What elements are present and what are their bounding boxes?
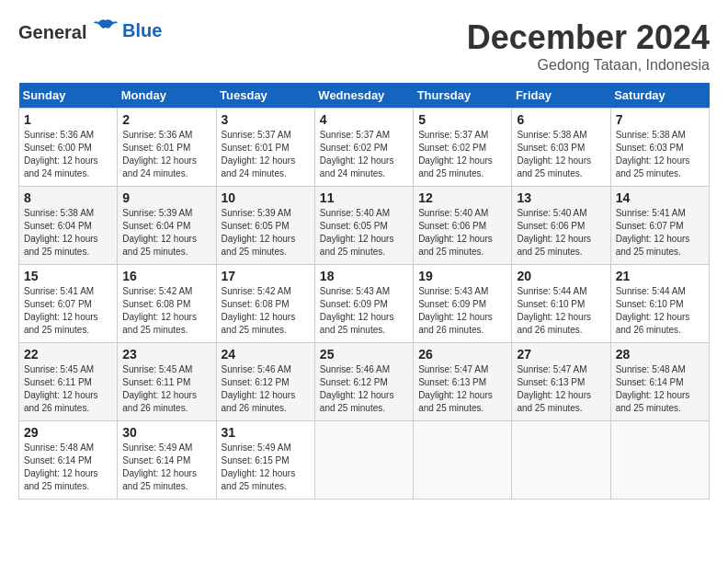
day-info: Sunrise: 5:44 AM Sunset: 6:10 PM Dayligh… xyxy=(517,285,605,337)
table-row: 16Sunrise: 5:42 AM Sunset: 6:08 PM Dayli… xyxy=(118,265,216,343)
day-info: Sunrise: 5:39 AM Sunset: 6:05 PM Dayligh… xyxy=(222,207,310,259)
col-monday: Monday xyxy=(118,83,216,109)
table-row: 22Sunrise: 5:45 AM Sunset: 6:11 PM Dayli… xyxy=(19,343,118,421)
day-info: Sunrise: 5:38 AM Sunset: 6:03 PM Dayligh… xyxy=(616,129,704,180)
day-number: 9 xyxy=(122,190,210,205)
table-row: 18Sunrise: 5:43 AM Sunset: 6:09 PM Dayli… xyxy=(314,265,413,343)
day-number: 23 xyxy=(122,347,210,362)
day-info: Sunrise: 5:37 AM Sunset: 6:01 PM Dayligh… xyxy=(222,129,310,180)
table-row: 23Sunrise: 5:45 AM Sunset: 6:11 PM Dayli… xyxy=(118,343,216,421)
day-info: Sunrise: 5:47 AM Sunset: 6:13 PM Dayligh… xyxy=(418,363,506,415)
day-info: Sunrise: 5:49 AM Sunset: 6:15 PM Dayligh… xyxy=(222,442,310,493)
table-row: 25Sunrise: 5:46 AM Sunset: 6:12 PM Dayli… xyxy=(314,343,413,421)
table-row: 17Sunrise: 5:42 AM Sunset: 6:08 PM Dayli… xyxy=(216,265,314,343)
table-row: 5Sunrise: 5:37 AM Sunset: 6:02 PM Daylig… xyxy=(414,109,512,187)
day-info: Sunrise: 5:48 AM Sunset: 6:14 PM Dayligh… xyxy=(616,363,704,415)
col-saturday: Saturday xyxy=(610,83,709,109)
day-info: Sunrise: 5:43 AM Sunset: 6:09 PM Dayligh… xyxy=(418,285,506,337)
table-row: 19Sunrise: 5:43 AM Sunset: 6:09 PM Dayli… xyxy=(414,265,512,343)
day-number: 5 xyxy=(418,112,506,127)
day-info: Sunrise: 5:46 AM Sunset: 6:12 PM Dayligh… xyxy=(222,363,310,415)
day-info: Sunrise: 5:45 AM Sunset: 6:11 PM Dayligh… xyxy=(24,363,112,415)
day-info: Sunrise: 5:39 AM Sunset: 6:04 PM Dayligh… xyxy=(122,207,210,259)
col-wednesday: Wednesday xyxy=(314,83,413,109)
calendar-week-1: 1Sunrise: 5:36 AM Sunset: 6:00 PM Daylig… xyxy=(19,109,710,187)
table-row: 6Sunrise: 5:38 AM Sunset: 6:03 PM Daylig… xyxy=(512,109,610,187)
calendar-week-5: 29Sunrise: 5:48 AM Sunset: 6:14 PM Dayli… xyxy=(19,421,710,500)
day-info: Sunrise: 5:40 AM Sunset: 6:05 PM Dayligh… xyxy=(320,207,408,259)
day-number: 31 xyxy=(222,425,310,440)
table-row xyxy=(610,421,709,500)
table-row: 1Sunrise: 5:36 AM Sunset: 6:00 PM Daylig… xyxy=(19,109,118,187)
table-row: 30Sunrise: 5:49 AM Sunset: 6:14 PM Dayli… xyxy=(118,421,216,500)
calendar-week-3: 15Sunrise: 5:41 AM Sunset: 6:07 PM Dayli… xyxy=(19,265,710,343)
col-thursday: Thursday xyxy=(414,83,512,109)
day-info: Sunrise: 5:46 AM Sunset: 6:12 PM Dayligh… xyxy=(320,363,408,415)
day-number: 6 xyxy=(517,112,605,127)
day-number: 4 xyxy=(320,112,408,127)
table-row: 8Sunrise: 5:38 AM Sunset: 6:04 PM Daylig… xyxy=(19,187,118,265)
table-row xyxy=(512,421,610,500)
day-info: Sunrise: 5:37 AM Sunset: 6:02 PM Dayligh… xyxy=(320,129,408,180)
day-info: Sunrise: 5:42 AM Sunset: 6:08 PM Dayligh… xyxy=(122,285,210,337)
table-row: 7Sunrise: 5:38 AM Sunset: 6:03 PM Daylig… xyxy=(610,109,709,187)
day-number: 28 xyxy=(616,347,704,362)
day-info: Sunrise: 5:41 AM Sunset: 6:07 PM Dayligh… xyxy=(616,207,704,259)
table-row: 27Sunrise: 5:47 AM Sunset: 6:13 PM Dayli… xyxy=(512,343,610,421)
calendar-week-4: 22Sunrise: 5:45 AM Sunset: 6:11 PM Dayli… xyxy=(19,343,710,421)
day-info: Sunrise: 5:43 AM Sunset: 6:09 PM Dayligh… xyxy=(320,285,408,337)
day-number: 21 xyxy=(616,269,704,283)
day-info: Sunrise: 5:37 AM Sunset: 6:02 PM Dayligh… xyxy=(418,129,506,180)
day-number: 2 xyxy=(122,112,210,127)
day-number: 8 xyxy=(24,190,112,205)
calendar-header-row: Sunday Monday Tuesday Wednesday Thursday… xyxy=(19,83,710,109)
table-row: 20Sunrise: 5:44 AM Sunset: 6:10 PM Dayli… xyxy=(512,265,610,343)
day-number: 14 xyxy=(616,190,704,205)
day-number: 19 xyxy=(418,269,506,283)
table-row: 3Sunrise: 5:37 AM Sunset: 6:01 PM Daylig… xyxy=(216,109,314,187)
day-info: Sunrise: 5:40 AM Sunset: 6:06 PM Dayligh… xyxy=(517,207,605,259)
day-number: 7 xyxy=(616,112,704,127)
calendar-week-2: 8Sunrise: 5:38 AM Sunset: 6:04 PM Daylig… xyxy=(19,187,710,265)
table-row: 12Sunrise: 5:40 AM Sunset: 6:06 PM Dayli… xyxy=(414,187,512,265)
table-row xyxy=(414,421,512,500)
calendar-table: Sunday Monday Tuesday Wednesday Thursday… xyxy=(18,83,710,500)
table-row: 11Sunrise: 5:40 AM Sunset: 6:05 PM Dayli… xyxy=(314,187,413,265)
table-row: 29Sunrise: 5:48 AM Sunset: 6:14 PM Dayli… xyxy=(19,421,118,500)
day-number: 15 xyxy=(24,269,112,283)
day-number: 25 xyxy=(320,347,408,362)
col-tuesday: Tuesday xyxy=(216,83,314,109)
table-row xyxy=(314,421,413,500)
table-row: 4Sunrise: 5:37 AM Sunset: 6:02 PM Daylig… xyxy=(314,109,413,187)
table-row: 24Sunrise: 5:46 AM Sunset: 6:12 PM Dayli… xyxy=(216,343,314,421)
table-row: 15Sunrise: 5:41 AM Sunset: 6:07 PM Dayli… xyxy=(19,265,118,343)
logo-blue-text: Blue xyxy=(122,20,162,40)
month-title: December 2024 xyxy=(467,18,710,57)
day-info: Sunrise: 5:40 AM Sunset: 6:06 PM Dayligh… xyxy=(418,207,506,259)
day-number: 27 xyxy=(517,347,605,362)
day-info: Sunrise: 5:42 AM Sunset: 6:08 PM Dayligh… xyxy=(222,285,310,337)
day-info: Sunrise: 5:48 AM Sunset: 6:14 PM Dayligh… xyxy=(24,442,112,493)
table-row: 31Sunrise: 5:49 AM Sunset: 6:15 PM Dayli… xyxy=(216,421,314,500)
day-number: 13 xyxy=(517,190,605,205)
location-subtitle: Gedong Tataan, Indonesia xyxy=(467,57,710,74)
page-header: General Blue December 2024 Gedong Tataan… xyxy=(18,18,710,74)
day-info: Sunrise: 5:49 AM Sunset: 6:14 PM Dayligh… xyxy=(122,442,210,493)
day-info: Sunrise: 5:41 AM Sunset: 6:07 PM Dayligh… xyxy=(24,285,112,337)
title-block: December 2024 Gedong Tataan, Indonesia xyxy=(467,18,710,74)
day-number: 18 xyxy=(320,269,408,283)
col-sunday: Sunday xyxy=(19,83,118,109)
day-info: Sunrise: 5:38 AM Sunset: 6:04 PM Dayligh… xyxy=(24,207,112,259)
day-number: 16 xyxy=(122,269,210,283)
day-number: 17 xyxy=(222,269,310,283)
table-row: 26Sunrise: 5:47 AM Sunset: 6:13 PM Dayli… xyxy=(414,343,512,421)
table-row: 13Sunrise: 5:40 AM Sunset: 6:06 PM Dayli… xyxy=(512,187,610,265)
logo: General Blue xyxy=(18,18,162,43)
day-number: 12 xyxy=(418,190,506,205)
day-number: 20 xyxy=(517,269,605,283)
table-row: 14Sunrise: 5:41 AM Sunset: 6:07 PM Dayli… xyxy=(610,187,709,265)
table-row: 10Sunrise: 5:39 AM Sunset: 6:05 PM Dayli… xyxy=(216,187,314,265)
day-info: Sunrise: 5:44 AM Sunset: 6:10 PM Dayligh… xyxy=(616,285,704,337)
table-row: 28Sunrise: 5:48 AM Sunset: 6:14 PM Dayli… xyxy=(610,343,709,421)
day-info: Sunrise: 5:38 AM Sunset: 6:03 PM Dayligh… xyxy=(517,129,605,180)
